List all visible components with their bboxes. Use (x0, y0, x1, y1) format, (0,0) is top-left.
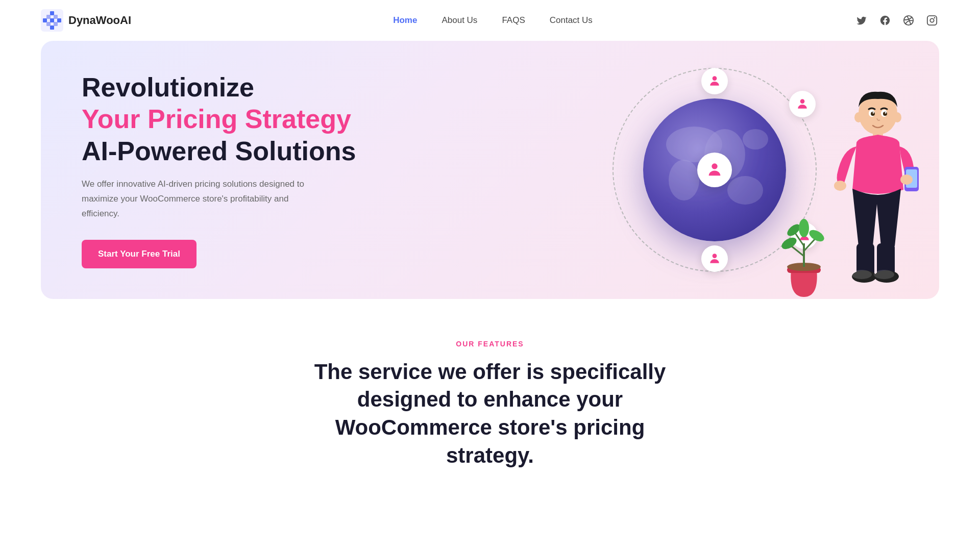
plant-svg (781, 218, 827, 297)
svg-rect-5 (46, 15, 51, 19)
nav-item-about[interactable]: About Us (442, 15, 477, 26)
avatar-bottom (701, 245, 728, 272)
svg-point-45 (874, 270, 894, 279)
svg-rect-7 (46, 22, 51, 26)
cta-button[interactable]: Start Your Free Trial (82, 240, 197, 268)
svg-point-23 (713, 254, 717, 258)
svg-rect-4 (50, 26, 54, 30)
svg-point-38 (834, 181, 846, 191)
hero-title-line2: AI-Powered Solutions (82, 136, 356, 166)
svg-point-51 (885, 112, 887, 113)
svg-rect-9 (50, 18, 54, 22)
svg-point-12 (930, 18, 934, 22)
svg-point-18 (743, 129, 768, 149)
svg-point-52 (854, 112, 863, 122)
hero-title: Revolutionize Your Pricing Strategy AI-P… (82, 71, 388, 167)
svg-rect-6 (54, 15, 58, 19)
nav-item-contact[interactable]: Contact Us (550, 15, 593, 26)
svg-point-50 (873, 112, 874, 113)
nav-link-faqs[interactable]: FAQS (502, 15, 525, 25)
person-icon-bottom (708, 252, 721, 265)
twitter-icon[interactable] (854, 13, 869, 28)
character-illustration (822, 72, 924, 299)
features-title: The service we offer is specifically des… (311, 358, 669, 469)
hero-section: Revolutionize Your Pricing Strategy AI-P… (41, 41, 939, 299)
plant-illustration (781, 218, 827, 299)
svg-point-31 (807, 228, 826, 244)
svg-rect-11 (927, 16, 937, 25)
features-section: OUR FEATURES The service we offer is spe… (0, 299, 980, 490)
hero-description: We offer innovative AI-driven pricing so… (82, 177, 327, 221)
features-label: OUR FEATURES (41, 340, 939, 348)
nav-link-about[interactable]: About Us (442, 15, 477, 25)
svg-point-13 (934, 17, 936, 19)
nav-link-contact[interactable]: Contact Us (550, 15, 593, 25)
svg-point-43 (851, 270, 872, 279)
character-svg (822, 72, 924, 297)
dribbble-icon[interactable] (901, 13, 916, 28)
avatar-center (697, 153, 732, 187)
logo-text: DynaWooAI (68, 14, 131, 27)
svg-rect-8 (54, 22, 58, 26)
svg-line-28 (804, 238, 816, 251)
svg-line-27 (791, 246, 804, 256)
svg-rect-3 (57, 18, 61, 22)
person-icon-center (706, 161, 723, 179)
svg-point-16 (669, 160, 699, 201)
nav-item-home[interactable]: Home (393, 15, 417, 26)
svg-rect-2 (43, 18, 47, 22)
svg-point-39 (900, 174, 913, 185)
logo-link[interactable]: DynaWooAI (41, 9, 131, 32)
svg-point-21 (712, 163, 717, 169)
svg-rect-1 (50, 11, 54, 15)
hero-illustration (582, 41, 939, 299)
facebook-icon[interactable] (878, 13, 892, 28)
main-nav: Home About Us FAQS Contact Us (393, 15, 593, 26)
person-icon-top (708, 74, 721, 88)
character-group (781, 72, 924, 299)
social-icons (854, 13, 939, 28)
nav-item-faqs[interactable]: FAQS (502, 15, 525, 26)
navbar: DynaWooAI Home About Us FAQS Contact Us (0, 0, 980, 41)
svg-point-33 (799, 219, 809, 237)
svg-point-19 (713, 76, 717, 81)
instagram-icon[interactable] (925, 13, 939, 28)
nav-link-home[interactable]: Home (393, 15, 417, 25)
hero-title-highlight: Your Pricing Strategy (82, 104, 351, 134)
logo-icon (41, 9, 63, 32)
svg-point-17 (727, 176, 763, 205)
hero-title-line1: Revolutionize (82, 72, 254, 102)
svg-point-53 (893, 112, 901, 122)
hero-content: Revolutionize Your Pricing Strategy AI-P… (82, 71, 388, 268)
avatar-top (701, 68, 728, 94)
